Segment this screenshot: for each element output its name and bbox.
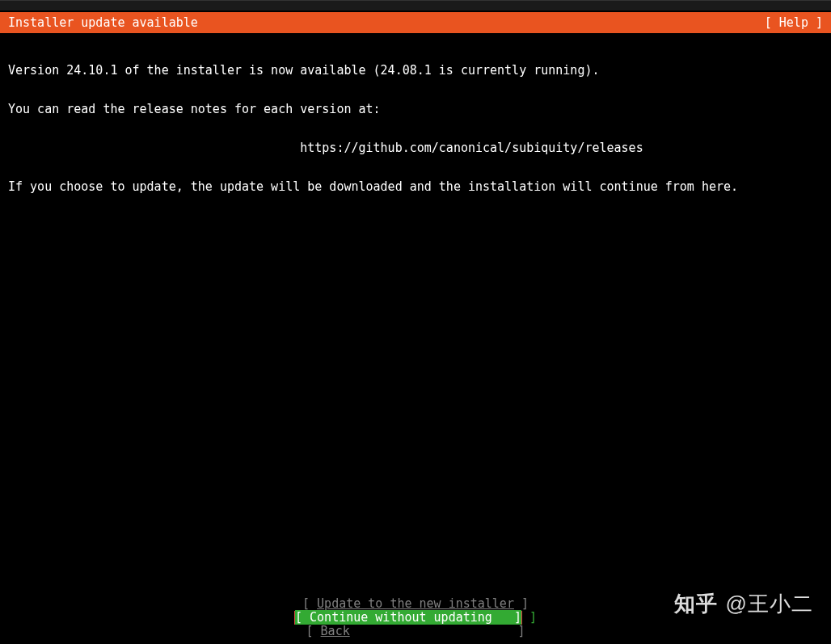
update-explain-line: If you choose to update, the update will…: [8, 179, 738, 194]
version-info-line: Version 24.10.1 of the installer is now …: [8, 63, 600, 78]
update-button-label: Update to the new installer: [317, 596, 514, 611]
window-top-bar: [0, 0, 831, 12]
release-notes-intro: You can read the release notes for each …: [8, 102, 381, 116]
header-bar: Installer update available [ Help ]: [0, 12, 831, 33]
watermark: 知乎 @王小二: [674, 590, 813, 618]
content-area: Version 24.10.1 of the installer is now …: [0, 33, 831, 204]
back-button-row[interactable]: [ Back ]: [0, 625, 831, 638]
release-notes-url: https://github.com/canonical/subiquity/r…: [8, 141, 643, 155]
help-button[interactable]: [ Help ]: [765, 15, 823, 30]
continue-button-label: Continue without updating: [310, 610, 492, 625]
watermark-author: @王小二: [726, 590, 813, 618]
zhihu-logo-icon: 知乎: [674, 590, 718, 618]
back-button-label: Back: [321, 624, 350, 638]
header-title: Installer update available: [8, 15, 198, 30]
url-text: https://github.com/canonical/subiquity/r…: [300, 141, 643, 155]
continue-button-row[interactable]: [ Continue without updating ]: [294, 611, 522, 625]
